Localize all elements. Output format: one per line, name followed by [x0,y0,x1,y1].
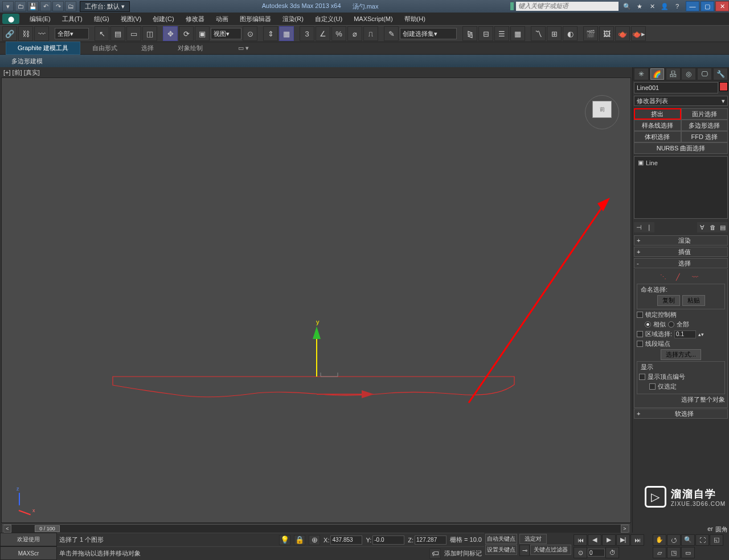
menu-help[interactable]: 帮助(H) [399,14,431,24]
viewport[interactable]: y 前 z x [1,77,631,523]
scale-icon[interactable]: ▣ [195,26,210,41]
workspace-selector[interactable]: 工作台: 默认 ▾ [80,1,130,12]
similar-radio[interactable] [645,321,651,328]
bind-icon[interactable]: 〰 [34,26,49,41]
vertex-subobj-icon[interactable]: ⋱ [660,273,670,281]
time-next-icon[interactable]: > [621,525,629,533]
menu-custom[interactable]: 自定义(U) [309,14,348,24]
graphite-icon[interactable]: ▦ [510,26,525,41]
menu-maxscript[interactable]: MAXScript(M) [348,14,398,23]
coord-y-input[interactable] [372,536,404,545]
menu-create[interactable]: 创建(C) [147,14,179,24]
selected-obj-button[interactable]: 选定对 [519,534,547,544]
modifier-facesel-button[interactable]: 面片选择 [681,108,728,120]
zoom-region-icon[interactable]: ▭ [681,547,695,558]
rollout-select[interactable]: -选择 [634,258,728,268]
zoom-ext-icon[interactable]: ◱ [710,534,723,546]
undo-icon[interactable]: ↶ [40,1,51,11]
tab-motion-icon[interactable]: ◎ [682,68,695,80]
all-radio[interactable] [668,321,674,328]
tab-select[interactable]: 选择 [129,42,166,55]
lock-selection-icon[interactable]: 💡 [279,535,290,545]
maxscript-listener[interactable]: MAXScr [0,546,57,560]
pin-stack-icon[interactable]: ⊣ [634,222,644,232]
modifier-extrude-button[interactable]: 挤出 [634,108,681,120]
project-icon[interactable]: 🗂 [65,1,76,11]
spinner-snap-icon[interactable]: ⌀ [347,26,362,41]
modifier-list-dropdown[interactable]: 修改器列表▾ [634,96,728,106]
signin-icon[interactable]: 👤 [660,2,670,11]
stack-item-line[interactable]: ▣ Line [636,158,726,167]
rollout-interp[interactable]: +插值 [634,247,728,257]
select-method-button[interactable]: 选择方式... [661,349,701,360]
new-file-icon[interactable]: ▾ [2,1,14,11]
menu-render[interactable]: 渲染(R) [277,14,309,24]
time-slider[interactable]: < 0 / 100 > [2,524,630,533]
object-color-swatch[interactable] [719,82,728,91]
welcome-button[interactable]: 欢迎使用 [0,533,57,546]
viewport-label[interactable]: [+] [前] [真实] [0,67,632,77]
area-select-checkbox[interactable] [637,331,643,337]
menu-edit[interactable]: 编辑(E) [24,14,56,24]
tab-graphite[interactable]: Graphite 建模工具 [6,42,80,55]
only-selected-checkbox[interactable] [649,383,656,390]
favorite-icon[interactable]: ★ [634,2,645,11]
material-editor-icon[interactable]: ◐ [563,26,578,41]
orbit-icon[interactable]: ⭯ [667,534,681,546]
select-icon[interactable]: ↖ [95,26,109,41]
move-icon[interactable]: ✥ [163,26,178,41]
make-unique-icon[interactable]: ∀ [697,222,707,232]
select-name-icon[interactable]: ▤ [110,26,125,41]
tab-create-icon[interactable]: ✳ [634,68,648,80]
rollout-softsel[interactable]: +软选择 [634,408,728,419]
help-icon[interactable]: ? [672,2,682,11]
pivot-icon[interactable]: ⊙ [243,26,257,41]
maximize-button[interactable]: ▢ [701,1,714,11]
keyboard-shortcut-icon[interactable]: ▦ [279,26,294,41]
frame-input[interactable] [588,549,605,557]
layer-icon[interactable]: ☰ [494,26,509,41]
render-frame-icon[interactable]: 🖼 [599,26,614,41]
infocenter-icon[interactable]: 🔍 [622,2,632,11]
coord-z-input[interactable] [415,536,447,545]
modifier-ffdsel-button[interactable]: FFD 选择 [681,131,728,142]
time-tag-icon[interactable]: 🏷 [429,549,441,559]
angle-snap-icon[interactable]: ∠ [316,26,330,41]
selection-filter-dropdown[interactable]: 全部 ▾ [55,28,89,39]
search-input[interactable]: 键入关键字或短语 [516,2,619,11]
menu-view[interactable]: 视图(V) [115,14,148,24]
tab-freeform[interactable]: 自由形式 [80,42,129,55]
render-icon[interactable]: 🫖 [615,26,630,41]
snap-3d-icon[interactable]: 3 [300,26,314,41]
area-value-input[interactable] [674,330,696,338]
render-last-icon[interactable]: 🫖▸ [631,26,646,41]
window-crossing-icon[interactable]: ◫ [142,26,157,41]
copy-button[interactable]: 复制 [657,295,680,306]
time-prev-icon[interactable]: < [3,525,11,533]
show-vertnum-checkbox[interactable] [639,374,645,380]
goto-start-icon[interactable]: ⏮ [574,534,587,546]
redo-icon[interactable]: ↷ [52,1,64,11]
next-frame-icon[interactable]: ▶| [616,534,630,546]
prev-frame-icon[interactable]: ◀ [588,534,601,546]
viewcube[interactable]: 前 [585,95,619,129]
open-file-icon[interactable]: 🗀 [15,1,26,11]
modifier-stack[interactable]: ▣ Line [634,156,728,219]
tab-objectpaint[interactable]: 对象绘制 [166,42,215,55]
ref-coord-dropdown[interactable]: 视图 ▾ [211,28,241,39]
tab-display-icon[interactable]: 🖵 [698,68,711,80]
ribbon-sub-polymodel[interactable]: 多边形建模 [6,56,48,67]
segment-subobj-icon[interactable]: ╱ [676,273,686,281]
play-icon[interactable]: ▶ [602,534,616,546]
show-end-icon[interactable]: ∣ [644,222,654,232]
zoom-icon[interactable]: 🔍 [681,534,695,546]
named-sel-icon[interactable]: ✎ [384,26,399,41]
percent-snap-icon[interactable]: % [331,26,346,41]
edged-snap-icon[interactable]: ⎍ [363,26,378,41]
close-button[interactable]: ✕ [715,1,729,11]
zoom-all-icon[interactable]: ⛶ [695,534,709,546]
save-file-icon[interactable]: 💾 [27,1,39,11]
menu-grapheditor[interactable]: 图形编辑器 [234,14,277,24]
autokey-button[interactable]: 自动关键点 [485,534,517,544]
modifier-volsel-button[interactable]: 体积选择 [634,131,681,142]
